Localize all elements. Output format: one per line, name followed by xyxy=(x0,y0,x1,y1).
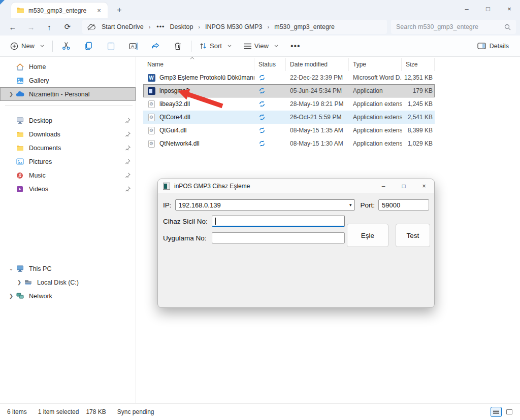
file-row-gmp3-document[interactable]: W Gmp3 Eşleme Protokolü Dökümanı 22-Dec-… xyxy=(143,71,435,84)
sort-button[interactable]: Sort xyxy=(196,38,236,54)
text-cursor xyxy=(215,218,216,225)
device-serial-input[interactable] xyxy=(212,216,345,227)
view-button[interactable]: View xyxy=(240,38,282,54)
dialog-maximize-button[interactable]: □ xyxy=(394,179,414,193)
downloads-folder-icon xyxy=(15,131,24,137)
sidebar-item-label: Pictures xyxy=(29,158,52,165)
chevron-down-icon[interactable]: ⌄ xyxy=(7,266,15,271)
sidebar-item-videos[interactable]: Videos xyxy=(0,182,136,196)
column-header-date-modified[interactable]: Date modified xyxy=(286,58,349,71)
breadcrumb-current-folder[interactable]: m530_gmp3_entegre xyxy=(272,23,337,30)
file-size: 1,245 KB xyxy=(402,100,435,108)
sidebar-item-desktop[interactable]: Desktop xyxy=(0,114,136,127)
details-view-toggle[interactable] xyxy=(491,407,502,417)
delete-button[interactable] xyxy=(169,38,187,54)
application-no-label: Uygulama No: xyxy=(163,234,212,242)
desktop-icon xyxy=(15,117,24,124)
column-header-type[interactable]: Type xyxy=(349,58,402,71)
file-row-qtgui4[interactable]: ⚙ QtGui4.dll 08-May-15 1:35 AM Applicati… xyxy=(143,124,435,137)
refresh-button[interactable]: ⟳ xyxy=(60,20,75,33)
dialog-minimize-button[interactable]: – xyxy=(373,179,394,193)
chevron-right-icon[interactable]: ❯ xyxy=(7,91,15,97)
breadcrumb-desktop[interactable]: Desktop xyxy=(168,23,195,30)
file-row-qtcore4[interactable]: ⚙ QtCore4.dll 26-Oct-21 5:59 PM Applicat… xyxy=(143,111,435,124)
sidebar-item-onedrive-personal[interactable]: ❯ Nizamettin - Personal xyxy=(0,87,136,101)
more-options-button[interactable]: ••• xyxy=(286,38,305,54)
maximize-button[interactable]: □ xyxy=(477,0,499,17)
sidebar-item-gallery[interactable]: Gallery xyxy=(0,74,136,87)
search-icon xyxy=(504,24,511,30)
column-label: Type xyxy=(353,61,366,68)
search-input[interactable]: Search m530_gmp3_entegre xyxy=(391,20,516,34)
file-row-inposgmp3-selected[interactable]: inposgmp3 05-Jun-24 5:34 PM Application … xyxy=(143,84,435,97)
file-date: 08-May-15 1:35 AM xyxy=(286,127,349,134)
file-row-libeay32[interactable]: ⚙ libeay32.dll 28-May-19 8:21 PM Applica… xyxy=(143,97,435,111)
sidebar-item-music[interactable]: Music xyxy=(0,168,136,182)
column-header-status[interactable]: Status xyxy=(254,58,286,71)
application-no-input[interactable] xyxy=(212,232,345,243)
sidebar-item-label: Gallery xyxy=(29,77,49,84)
column-header-size[interactable]: Size xyxy=(402,58,435,71)
dialog-close-button[interactable]: × xyxy=(414,179,434,193)
file-date: 26-Oct-21 5:59 PM xyxy=(286,114,349,121)
sidebar-item-this-pc[interactable]: ⌄ This PC xyxy=(0,262,136,275)
breadcrumb-onedrive[interactable]: Start OneDrive xyxy=(100,23,146,30)
chevron-right-icon[interactable]: ❯ xyxy=(15,279,23,285)
test-button[interactable]: Test xyxy=(396,224,430,247)
application-icon xyxy=(148,87,155,95)
cut-button[interactable] xyxy=(57,38,75,54)
chevron-right-icon[interactable]: ❯ xyxy=(7,293,15,299)
back-button[interactable]: ← xyxy=(5,20,20,33)
file-date: 08-May-15 1:30 AM xyxy=(286,140,349,147)
port-input[interactable]: 59000 xyxy=(378,199,429,211)
tab-close-button[interactable]: × xyxy=(94,6,104,15)
sidebar-item-label: Music xyxy=(29,172,46,179)
sidebar-item-label: Desktop xyxy=(29,117,52,124)
explorer-tab[interactable]: m530_gmp3_entegre × xyxy=(11,3,108,18)
up-button[interactable]: ↑ xyxy=(42,20,57,33)
desktop-corner xyxy=(0,0,5,5)
breadcrumb-separator: › xyxy=(195,24,203,30)
sidebar-item-pictures[interactable]: Pictures xyxy=(0,155,136,168)
home-icon xyxy=(15,63,24,71)
close-button[interactable]: × xyxy=(499,0,520,17)
items-count: 6 items xyxy=(7,408,27,415)
paste-button[interactable] xyxy=(102,38,120,54)
rename-button[interactable]: A xyxy=(124,38,142,54)
sync-pending-icon xyxy=(258,87,266,94)
pair-button[interactable]: Eşle xyxy=(347,224,388,247)
file-row-qtnetwork4[interactable]: ⚙ QtNetwork4.dll 08-May-15 1:30 AM Appli… xyxy=(143,137,435,150)
command-toolbar: New xyxy=(0,36,520,57)
sidebar-item-home[interactable]: Home xyxy=(0,60,136,74)
sidebar-item-local-disk-c[interactable]: ❯ Local Disk (C:) xyxy=(0,275,136,289)
sidebar-item-documents[interactable]: Documents xyxy=(0,141,136,155)
column-header-name[interactable]: Name xyxy=(143,58,254,71)
minimize-button[interactable]: – xyxy=(456,0,477,17)
forward-button[interactable]: → xyxy=(23,20,39,33)
dialog-title-bar[interactable]: inPOS GMP3 Cihaz Eşleme – □ × xyxy=(158,179,434,193)
new-button[interactable]: New xyxy=(6,38,48,54)
sync-pending-icon xyxy=(258,100,266,108)
sidebar-item-label: Network xyxy=(29,293,52,300)
search-placeholder: Search m530_gmp3_entegre xyxy=(396,23,504,30)
disk-drive-icon xyxy=(23,279,32,285)
ip-combobox[interactable]: 192.168.0.139 ▾ xyxy=(175,199,355,211)
breadcrumb-separator: › xyxy=(265,24,273,30)
sidebar-item-downloads[interactable]: Downloads xyxy=(0,127,136,141)
dialog-app-icon xyxy=(163,183,170,190)
sidebar-item-network[interactable]: ❯ Network xyxy=(0,289,136,303)
breadcrumb-collapsed[interactable]: ••• xyxy=(153,23,168,30)
svg-text:A: A xyxy=(131,44,134,49)
new-tab-button[interactable]: + xyxy=(113,4,126,17)
ip-label: IP: xyxy=(163,201,172,209)
large-icons-view-toggle[interactable] xyxy=(504,407,515,417)
column-label: Name xyxy=(147,61,164,68)
file-list-header: Name Status Date modified Type Size xyxy=(143,58,435,71)
share-button[interactable] xyxy=(146,38,165,54)
copy-button[interactable] xyxy=(79,38,98,54)
this-pc-icon xyxy=(15,265,24,272)
file-explorer-window: m530_gmp3_entegre × + – □ × ← → ↑ ⟳ Star… xyxy=(0,0,520,420)
breadcrumb-inpos-m530[interactable]: INPOS M530 GMP3 xyxy=(203,23,265,30)
details-pane-button[interactable]: Details xyxy=(472,38,514,54)
onedrive-cloud-icon xyxy=(15,91,24,97)
